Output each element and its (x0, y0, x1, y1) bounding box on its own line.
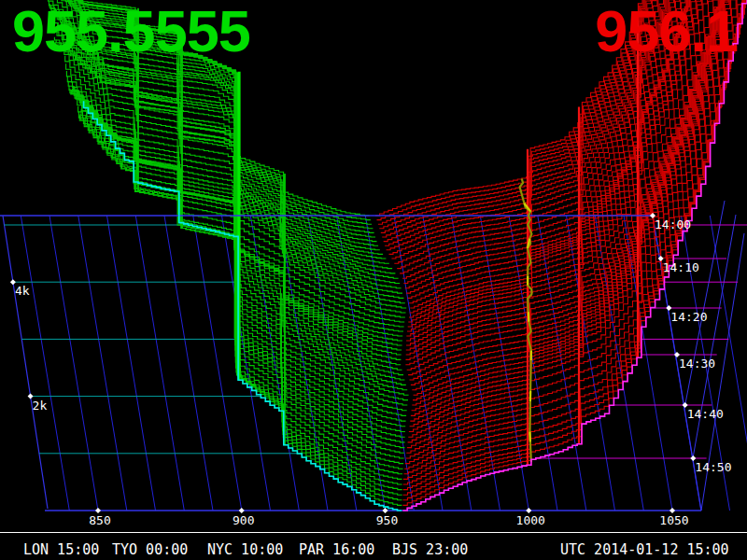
orderbook-3d-chart[interactable]: 8509009501000105014:0014:1014:2014:3014:… (0, 0, 747, 560)
price-tick-label: 850 (89, 513, 110, 527)
price-tick-label: 1000 (516, 513, 545, 527)
price-tick-label: 950 (376, 513, 398, 527)
time-tick-label: 14:10 (663, 260, 699, 274)
clock-nyc: NYC 10:00 (207, 541, 283, 558)
best-bid-quote: 955.5555 (12, 2, 250, 61)
price-tick-label: 900 (233, 513, 254, 527)
time-tick-label: 14:20 (670, 310, 707, 324)
clock-bjs: BJS 23:00 (392, 541, 468, 558)
utc-clock: UTC 2014-01-12 15:00 (560, 541, 729, 558)
price-tick-label: 1050 (659, 513, 688, 527)
clock-par: PAR 16:00 (299, 541, 374, 558)
app-window: 8509009501000105014:0014:1014:2014:3014:… (0, 0, 747, 560)
time-tick-label: 14:00 (655, 217, 691, 231)
status-bar: LON 15:00 TYO 00:00 NYC 10:00 PAR 16:00 … (0, 532, 747, 560)
clock-tyo: TYO 00:00 (112, 541, 188, 558)
time-tick-label: 14:50 (695, 460, 731, 474)
best-ask-quote: 956.1 (595, 2, 738, 61)
depth-tick-label: 4k (15, 284, 30, 298)
clock-lon: LON 15:00 (23, 541, 99, 558)
time-tick-label: 14:40 (687, 407, 724, 421)
depth-tick-label: 2k (33, 399, 48, 413)
time-tick-label: 14:30 (679, 357, 715, 371)
